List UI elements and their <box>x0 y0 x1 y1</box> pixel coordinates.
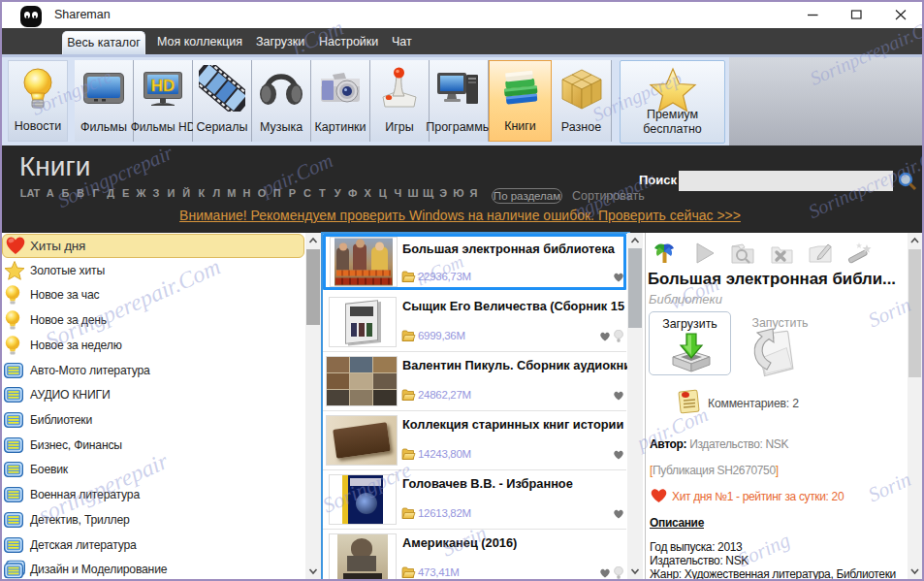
svg-text:HD: HD <box>151 77 175 95</box>
